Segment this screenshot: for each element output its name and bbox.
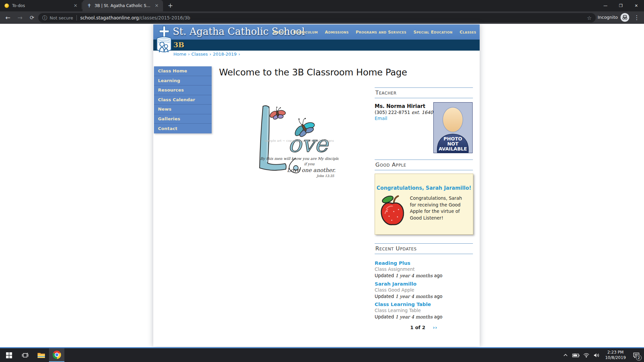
tab-close-icon[interactable]: ×	[72, 3, 78, 9]
screen: To-dos × ✝ 3B | St. Agatha Catholic Scho…	[0, 0, 644, 362]
nav-programs-services[interactable]: Programs and Services	[356, 29, 407, 35]
sidebar-item-learning[interactable]: Learning	[154, 76, 212, 86]
breadcrumb-home[interactable]: Home	[173, 52, 186, 57]
chrome-taskbar-button[interactable]	[49, 348, 64, 362]
update-timestamp: Updated 1 year 4 months ago	[375, 273, 473, 278]
file-explorer-icon	[37, 352, 45, 359]
page-count: 1 of 2	[410, 325, 425, 330]
school-logo	[154, 25, 174, 56]
class-side-menu: Class Home Learning Resources Class Cale…	[154, 66, 212, 133]
sidebar-item-news[interactable]: News	[154, 105, 212, 114]
class-code: 3B	[173, 41, 184, 49]
system-tray: 2:23 PM 10/8/2019 2	[562, 348, 642, 362]
update-link-class-learning-table[interactable]: Class Learning Table	[375, 302, 473, 307]
photo-line-2: NOT	[447, 141, 459, 146]
window-controls: — ❐ ✕	[598, 0, 644, 11]
back-button[interactable]: ←	[3, 12, 13, 23]
update-subtitle: Class Assignment	[375, 266, 473, 272]
love-clipart-image: ove	[258, 101, 339, 180]
update-link-reading-plus[interactable]: Reading Plus	[375, 260, 473, 266]
info-icon[interactable]: ⓘ	[42, 15, 47, 21]
pagination: 1 of 2 ››	[375, 325, 473, 330]
verse-reference: John 13:35	[316, 174, 334, 178]
new-tab-button[interactable]: +	[166, 1, 175, 10]
volume-icon[interactable]	[593, 348, 600, 362]
wifi-icon[interactable]	[583, 348, 590, 362]
incognito-icon	[621, 13, 629, 22]
battery-icon[interactable]	[572, 348, 580, 362]
nav-about[interactable]: About	[273, 29, 286, 35]
sidebar-item-class-home[interactable]: Class Home	[154, 66, 212, 76]
good-apple-heading: Good Apple	[375, 160, 473, 170]
teacher-heading: Teacher	[375, 87, 473, 98]
update-subtitle: Class Learning Table	[375, 308, 473, 313]
nav-classes[interactable]: Classes	[460, 29, 476, 35]
browser-menu-icon[interactable]: ⋮	[633, 14, 640, 21]
photo-line-3: AVAILABLE	[439, 146, 467, 152]
next-page-link[interactable]: ››	[433, 325, 437, 330]
good-apple-title: Congratulations, Sarah Jaramillo!	[375, 185, 473, 191]
security-label: Not secure	[50, 15, 73, 20]
recent-updates-heading: Recent Updates	[375, 243, 473, 254]
hidden-icons-chevron[interactable]	[562, 348, 569, 362]
notification-badge: 2	[636, 355, 642, 361]
teacher-phone-ext: ext. 1640	[412, 110, 433, 115]
teacher-name: Ms. Norma Hiriart	[375, 103, 425, 109]
verse-line-2: if you	[304, 162, 315, 166]
sidebar-item-galleries[interactable]: Galleries	[154, 114, 212, 124]
clock-time: 2:23 PM	[603, 350, 628, 355]
address-bar[interactable]: ⓘ Not secure school.stagathaonline.org /…	[38, 13, 596, 22]
update-entry: Reading Plus Class Assignment Updated 1 …	[375, 260, 473, 278]
tab-title: 3B | St. Agatha Catholic School	[95, 3, 151, 8]
file-explorer-button[interactable]	[34, 348, 49, 362]
cross-favicon-icon: ✝	[87, 3, 92, 8]
browser-tab-active-school[interactable]: ✝ 3B | St. Agatha Catholic School ×	[83, 0, 163, 11]
teacher-phone: (305) 222-8751 ext. 1640	[375, 110, 433, 115]
tab-title: To-dos	[12, 3, 70, 8]
update-subtitle: Class Good Apple	[375, 287, 473, 293]
photo-line-1: PHOTO	[443, 136, 462, 141]
good-apple-card: Congratulations, Sarah Jaramillo! Congra…	[375, 174, 473, 235]
breadcrumb: Home›Classes›2018-2019›	[173, 52, 242, 57]
tab-separator	[82, 2, 82, 9]
forward-button[interactable]: →	[15, 12, 25, 23]
reload-button[interactable]: ⟳	[27, 12, 37, 23]
sidebar-item-class-calendar[interactable]: Class Calendar	[154, 95, 212, 105]
incognito-label: Incognito	[598, 15, 618, 20]
nav-admissions[interactable]: Admissions	[325, 29, 349, 35]
task-view-button[interactable]	[17, 348, 33, 362]
action-center-button[interactable]: 2	[631, 348, 642, 362]
web-page: St. Agatha Catholic School About Curricu…	[0, 24, 644, 347]
update-link-sarah-jaramillo[interactable]: Sarah Jaramillo	[375, 281, 473, 287]
update-timestamp: Updated 1 year 4 months ago	[375, 314, 473, 319]
close-button[interactable]: ✕	[629, 0, 644, 11]
nav-curriculum[interactable]: Curriculum	[293, 29, 318, 35]
page-title: Welcome to the 3B Classroom Home Page	[219, 67, 407, 77]
clock-date: 10/8/2019	[603, 355, 628, 361]
restore-button[interactable]: ❐	[613, 0, 629, 11]
url-host: school.stagathaonline.org	[80, 15, 139, 20]
bookmark-star-icon[interactable]: ☆	[587, 15, 592, 21]
sidebar-item-resources[interactable]: Resources	[154, 85, 212, 95]
main-nav: About Curriculum Admissions Programs and…	[273, 24, 476, 40]
verse-line-3: Love one another.	[287, 167, 336, 173]
start-button[interactable]	[1, 348, 17, 362]
windows-taskbar: 2:23 PM 10/8/2019 2	[0, 348, 644, 362]
sidebar-item-contact[interactable]: Contact	[154, 124, 212, 133]
browser-tab-strip: To-dos × ✝ 3B | St. Agatha Catholic Scho…	[0, 0, 644, 11]
browser-tab-todos[interactable]: To-dos ×	[0, 0, 82, 11]
nav-special-education[interactable]: Special Education	[414, 29, 452, 35]
taskbar-clock[interactable]: 2:23 PM 10/8/2019	[603, 350, 628, 360]
teacher-email-link[interactable]: Email	[375, 116, 387, 121]
breadcrumb-year[interactable]: 2018-2019	[213, 52, 237, 57]
photo-not-available-image: PHOTO NOT AVAILABLE	[433, 102, 473, 153]
breadcrumb-classes[interactable]: Classes	[192, 52, 208, 57]
browser-toolbar: ← → ⟳ ⓘ Not secure school.stagathaonline…	[0, 11, 644, 24]
task-view-icon	[22, 352, 29, 358]
todos-favicon-icon	[4, 3, 9, 8]
apple-clipart-image	[379, 194, 406, 228]
minimize-button[interactable]: —	[598, 0, 613, 11]
good-apple-body: Congratulations, Sarah for receiving the…	[410, 195, 470, 221]
update-entry: Sarah Jaramillo Class Good Apple Updated…	[375, 281, 473, 299]
tab-close-icon[interactable]: ×	[154, 3, 160, 9]
